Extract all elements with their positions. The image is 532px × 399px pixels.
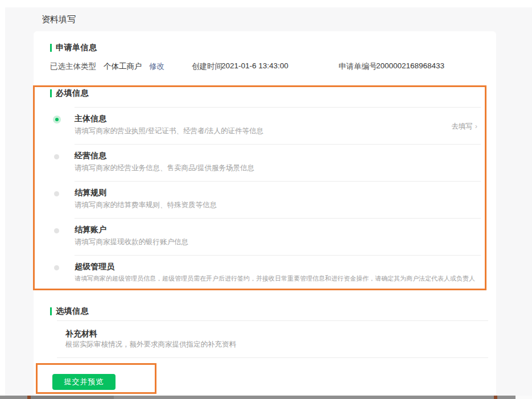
supplementary-material-title: 补充材料 xyxy=(65,329,97,339)
submit-preview-button[interactable]: 提交并预览 xyxy=(52,374,116,390)
subject-type-value: 个体工商户 xyxy=(104,61,142,72)
list-item-settlement-account[interactable]: 结算账户 请填写商家提现收款的银行账户信息 xyxy=(75,218,481,255)
radio-icon xyxy=(54,265,59,270)
radio-selected-icon xyxy=(53,116,61,124)
radio-icon xyxy=(54,154,59,159)
radio-icon xyxy=(54,228,59,233)
supplementary-material-desc: 根据实际审核情况，额外要求商家提供指定的补充资料 xyxy=(65,340,236,349)
divider xyxy=(57,320,488,321)
chevron-right-icon: › xyxy=(475,122,477,130)
subject-type-label: 已选主体类型 xyxy=(50,61,96,72)
section-header-optional: 选填信息 xyxy=(50,306,89,316)
application-no-label: 申请单编号 xyxy=(339,61,377,72)
strip-segment xyxy=(515,396,532,399)
strip-segment xyxy=(114,396,494,399)
application-no-value: 2000002168968433 xyxy=(376,61,444,70)
required-items-list: 主体信息 请填写商家的营业执照/登记证书、经营者/法人的证件等信息 去填写› 经… xyxy=(34,107,496,292)
application-info-row: 已选主体类型 个体工商户 修改 创建时间 2021-01-6 13:43:00 … xyxy=(34,61,496,71)
section-marker-bar xyxy=(50,89,52,97)
created-time-label: 创建时间 xyxy=(192,61,222,72)
page-title: 资料填写 xyxy=(42,14,76,25)
go-fill-link[interactable]: 去填写› xyxy=(451,122,477,131)
section-header-required: 必填信息 xyxy=(50,88,89,98)
main-card: 申请单信息 已选主体类型 个体工商户 修改 创建时间 2021-01-6 13:… xyxy=(34,31,496,396)
strip-segment xyxy=(0,396,27,399)
radio-icon xyxy=(54,191,59,196)
list-item-business-info[interactable]: 经营信息 请填写商家的经营业务信息、售卖商品/提供服务场景信息 xyxy=(75,144,481,181)
section-marker-bar xyxy=(50,307,52,315)
section-marker-bar xyxy=(50,44,52,52)
list-item-super-admin[interactable]: 超级管理员 请填写商家的超级管理员信息，超级管理员需在开户后进行签约，并接收日常… xyxy=(75,255,481,292)
divider xyxy=(57,357,488,358)
modify-link[interactable]: 修改 xyxy=(149,61,164,72)
section-header-application: 申请单信息 xyxy=(50,43,97,53)
strip-segment xyxy=(497,396,515,399)
bottom-edge-strip xyxy=(0,396,532,399)
created-time-value: 2021-01-6 13:43:00 xyxy=(221,61,288,70)
list-item-subject-info[interactable]: 主体信息 请填写商家的营业执照/登记证书、经营者/法人的证件等信息 去填写› xyxy=(75,107,481,144)
list-item-settlement-rules[interactable]: 结算规则 请填写商家的结算费率规则、特殊资质等信息 xyxy=(75,181,481,218)
strip-segment xyxy=(31,396,114,399)
